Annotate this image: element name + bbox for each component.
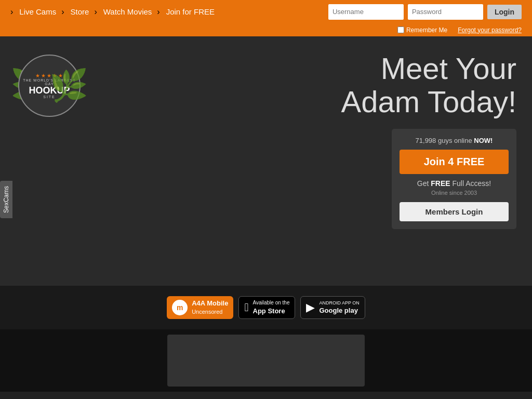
sexcams-tab[interactable]: SexCams xyxy=(0,181,12,218)
login-area: Login xyxy=(328,4,522,20)
main-content: 🌿 ★★★★★ THE WORLD'S LARGEST GAY HOOKUP S… xyxy=(0,36,532,286)
join-box: 71,998 guys online NOW! Join 4 FREE Get … xyxy=(392,129,516,229)
nav-live-cams[interactable]: Live Cams xyxy=(19,7,56,16)
password-input[interactable] xyxy=(408,4,483,20)
headline-text: Meet YourAdam Today! xyxy=(341,52,516,118)
footer-box xyxy=(167,335,365,387)
members-login-button[interactable]: Members Login xyxy=(400,202,509,221)
chevron-icon: › xyxy=(157,7,159,17)
laurel-right-icon: 🌿 xyxy=(49,70,88,101)
a4a-text: A4A Mobile Uncensored xyxy=(192,299,228,315)
badge-wrapper: 🌿 ★★★★★ THE WORLD'S LARGEST GAY HOOKUP S… xyxy=(16,52,83,119)
headline-area: Meet YourAdam Today! 71,998 guys online … xyxy=(119,47,516,229)
join-free-button[interactable]: Join 4 FREE xyxy=(400,150,509,174)
apple-icon:  xyxy=(244,301,248,314)
since-text: Online since 2003 xyxy=(400,190,509,196)
nav-store[interactable]: Store xyxy=(71,7,89,16)
googleplay-text: ANDROID APP ON Google play xyxy=(319,300,359,316)
badge-area: 🌿 ★★★★★ THE WORLD'S LARGEST GAY HOOKUP S… xyxy=(16,52,119,119)
nav-join-free[interactable]: Join for FREE xyxy=(166,7,215,16)
a4a-mobile-badge[interactable]: m A4A Mobile Uncensored xyxy=(167,296,233,319)
online-now: NOW! xyxy=(474,137,493,144)
remember-me-checkbox[interactable] xyxy=(397,26,404,33)
online-count-number: 71,998 guys online xyxy=(416,137,474,144)
googleplay-icon: ▶ xyxy=(306,301,315,314)
nav-watch-movies[interactable]: Watch Movies xyxy=(103,7,152,16)
appstore-text: Available on the App Store xyxy=(253,299,290,316)
remember-row: Remember Me Forgot your password? xyxy=(0,23,532,36)
chevron-icon: › xyxy=(61,7,64,17)
remember-me-label[interactable]: Remember Me xyxy=(397,26,447,34)
login-button[interactable]: Login xyxy=(487,5,522,19)
footer-area xyxy=(0,329,532,392)
top-navbar: › Live Cams › Store › Watch Movies › Joi… xyxy=(0,0,532,23)
online-count: 71,998 guys online NOW! xyxy=(400,137,509,144)
app-store-badge[interactable]:  Available on the App Store xyxy=(238,296,295,319)
full-access-text: Get FREE Full Access! xyxy=(400,179,509,188)
chevron-icon: › xyxy=(10,7,13,17)
chevron-icon: › xyxy=(94,7,97,17)
username-input[interactable] xyxy=(328,4,404,20)
google-play-badge[interactable]: ▶ ANDROID APP ON Google play xyxy=(300,296,365,319)
forgot-password-link[interactable]: Forgot your password? xyxy=(458,26,522,34)
app-section: m A4A Mobile Uncensored  Available on t… xyxy=(0,286,532,329)
a4a-icon: m xyxy=(172,300,188,315)
nav-links: › Live Cams › Store › Watch Movies › Joi… xyxy=(10,7,215,17)
